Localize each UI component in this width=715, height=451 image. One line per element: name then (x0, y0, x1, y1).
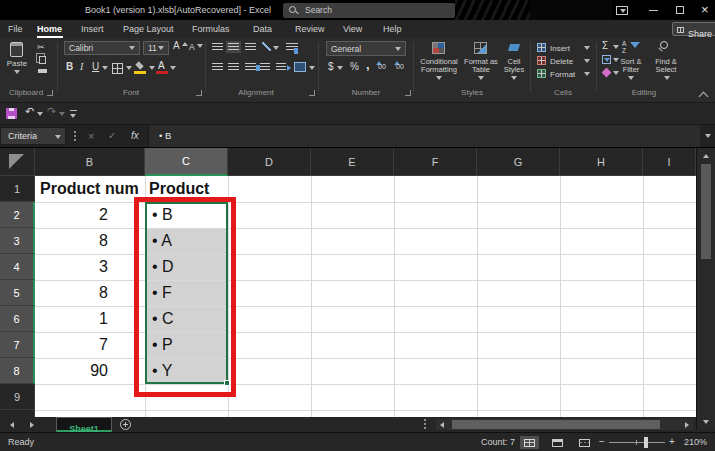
name-box[interactable]: Criteria (0, 127, 66, 145)
align-bottom-button[interactable] (245, 43, 256, 51)
col-header-e[interactable]: E (311, 148, 394, 176)
tab-help[interactable]: Help (383, 20, 402, 38)
undo-button[interactable]: ↶ (25, 105, 34, 118)
cell-b5[interactable]: 8 (35, 283, 108, 303)
redo-button[interactable]: ↷ (47, 105, 56, 118)
percent-button[interactable]: % (350, 61, 359, 72)
search-box[interactable]: Search (283, 3, 455, 18)
minimize-button[interactable] (645, 0, 661, 20)
cell-b7[interactable]: 7 (35, 335, 108, 355)
currency-button[interactable]: $ (328, 61, 334, 72)
save-button[interactable] (6, 108, 17, 119)
zoom-in-button[interactable]: + (669, 433, 675, 451)
tab-view[interactable]: View (343, 20, 362, 38)
name-box-dropdown-icon[interactable] (55, 135, 61, 139)
font-color-dropdown-icon[interactable] (170, 66, 176, 70)
scroll-left-arrow-icon[interactable] (440, 422, 444, 428)
row-header-6[interactable]: 6 (0, 306, 35, 332)
underline-dropdown-icon[interactable] (102, 66, 108, 70)
zoom-slider-track[interactable] (609, 442, 665, 443)
row-header-8[interactable]: 8 (0, 358, 35, 384)
zoom-slider-thumb[interactable] (644, 437, 648, 448)
align-middle-button[interactable] (226, 41, 241, 53)
maximize-button[interactable] (672, 0, 688, 20)
copy-button[interactable] (39, 56, 46, 64)
autosum-dropdown-icon[interactable] (613, 45, 619, 49)
vertical-scrollbar[interactable] (696, 148, 715, 430)
tab-insert[interactable]: Insert (81, 20, 104, 38)
align-top-button[interactable] (212, 43, 223, 51)
col-header-h[interactable]: H (560, 148, 643, 176)
tab-data[interactable]: Data (253, 20, 272, 38)
currency-dropdown-icon[interactable] (337, 66, 343, 70)
cancel-button[interactable]: × (88, 126, 94, 146)
cell-b8[interactable]: 90 (35, 361, 108, 381)
tab-page-layout[interactable]: Page Layout (123, 20, 174, 38)
collapse-ribbon-button[interactable] (699, 92, 709, 102)
increase-indent-button[interactable] (276, 63, 286, 71)
merge-center-dropdown-icon[interactable] (309, 66, 315, 70)
row-header-5[interactable]: 5 (0, 280, 35, 306)
row-header-3[interactable]: 3 (0, 228, 35, 254)
row-header-4[interactable]: 4 (0, 254, 35, 280)
zoom-out-button[interactable]: − (599, 433, 605, 451)
tab-scroll-splitter-icon[interactable] (424, 419, 426, 421)
insert-function-button[interactable]: fx (131, 126, 139, 146)
row-header-7[interactable]: 7 (0, 332, 35, 358)
col-header-d[interactable]: D (228, 148, 311, 176)
align-center-button[interactable] (228, 63, 239, 71)
comma-button[interactable]: , (366, 57, 370, 72)
number-dialog-launcher-icon[interactable] (405, 90, 411, 96)
formula-input[interactable]: • B (148, 125, 700, 147)
clipboard-dialog-launcher-icon[interactable] (47, 90, 53, 96)
row-header-9[interactable]: 9 (0, 384, 35, 410)
increase-decimal-button[interactable]: 00 (378, 63, 386, 70)
row-header-10[interactable]: 10 (0, 410, 35, 417)
close-button[interactable]: × (701, 0, 709, 19)
row-header-1[interactable]: 1 (0, 176, 35, 202)
clear-button[interactable] (602, 68, 612, 78)
bold-button[interactable]: B (66, 61, 73, 72)
scroll-up-arrow-icon[interactable] (703, 154, 709, 158)
grow-font-button[interactable]: A (173, 40, 180, 51)
tab-file[interactable]: File (8, 20, 23, 38)
add-sheet-button[interactable] (120, 419, 131, 430)
cell-b6[interactable]: 1 (35, 309, 108, 329)
cell-b3[interactable]: 8 (35, 231, 108, 251)
select-all-button[interactable] (0, 148, 35, 176)
horizontal-scrollbar[interactable] (436, 419, 694, 430)
align-right-button[interactable] (245, 63, 256, 71)
borders-button[interactable] (112, 63, 123, 74)
align-left-button[interactable] (212, 63, 223, 71)
orientation-dropdown-icon[interactable] (273, 46, 279, 50)
orientation-button[interactable] (262, 42, 271, 51)
redo-dropdown-icon[interactable] (59, 112, 65, 116)
vertical-scroll-thumb[interactable] (701, 164, 711, 259)
italic-button[interactable]: I (80, 61, 83, 72)
font-size-combo[interactable]: 11 (143, 41, 169, 55)
autosum-button[interactable]: Σ (602, 40, 608, 51)
number-format-combo[interactable]: General (326, 41, 406, 56)
status-count[interactable]: Count: 7 (481, 433, 515, 451)
cut-button[interactable]: ✂ (37, 42, 45, 52)
font-color-button[interactable]: A (158, 60, 165, 71)
expand-formula-bar-button[interactable] (705, 134, 711, 138)
formula-bar-grip-icon[interactable] (74, 131, 76, 133)
decrease-indent-button[interactable] (260, 63, 270, 71)
undo-dropdown-icon[interactable] (37, 112, 43, 116)
cell-b2[interactable]: 2 (35, 205, 108, 225)
horizontal-scroll-thumb[interactable] (452, 420, 660, 429)
decrease-decimal-button[interactable]: 00 (396, 63, 404, 70)
next-sheet-button[interactable] (30, 422, 34, 428)
fill-button[interactable] (602, 55, 611, 64)
fill-color-dropdown-icon[interactable] (149, 66, 155, 70)
col-header-b[interactable]: B (35, 148, 145, 176)
ribbon-display-options-button[interactable] (616, 6, 628, 15)
zoom-percent[interactable]: 210% (684, 433, 707, 451)
tab-review[interactable]: Review (295, 20, 325, 38)
font-dialog-launcher-icon[interactable] (196, 90, 202, 96)
merge-center-button[interactable] (294, 62, 306, 72)
cell-c1[interactable]: Product (149, 179, 209, 199)
prev-sheet-button[interactable] (10, 422, 14, 428)
tab-formulas[interactable]: Formulas (192, 20, 230, 38)
